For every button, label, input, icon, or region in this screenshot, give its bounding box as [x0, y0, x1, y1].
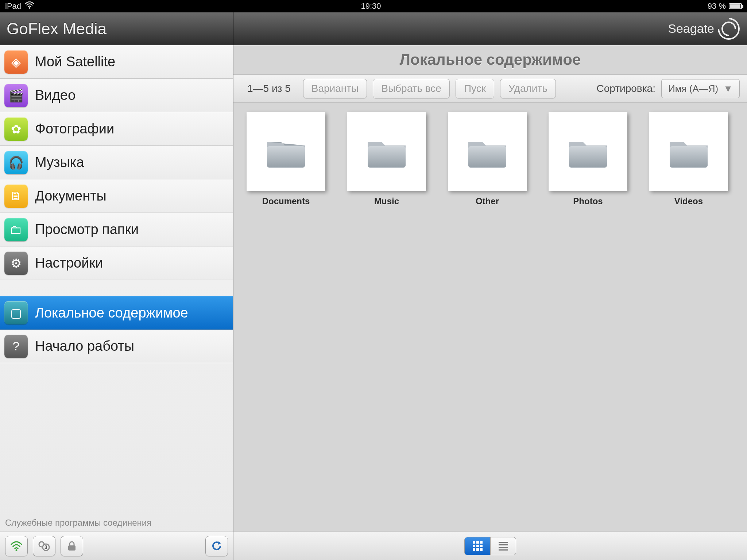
- sidebar-item-label: Начало работы: [35, 338, 134, 354]
- folder-grid: Documents Music Other Photos: [233, 103, 747, 216]
- gear-icon: ⚙: [4, 252, 28, 275]
- folder-tile: [649, 112, 728, 191]
- svg-text:3: 3: [44, 544, 47, 550]
- folder-name: Music: [374, 196, 399, 206]
- app-header: GoFlex Media Seagate: [0, 12, 747, 45]
- svg-rect-9: [569, 146, 607, 167]
- sidebar-item-music[interactable]: 🎧 Музыка: [0, 146, 233, 179]
- documents-icon: 🗎: [4, 184, 28, 208]
- delete-button[interactable]: Удалить: [500, 79, 556, 98]
- local-content-icon: ▢: [4, 301, 28, 324]
- grid-icon: [473, 541, 483, 551]
- grid-view-button[interactable]: [465, 537, 490, 555]
- folder-name: Photos: [573, 196, 603, 206]
- sidebar-item-label: Просмотр папки: [35, 222, 139, 237]
- svg-rect-8: [468, 146, 506, 167]
- folder-tile: [347, 112, 426, 191]
- folder-card-videos[interactable]: Videos: [649, 112, 728, 206]
- item-count-label: 1—5 из 5: [241, 83, 297, 94]
- folder-name: Documents: [262, 196, 310, 206]
- help-icon: ?: [4, 335, 28, 358]
- device-name: iPad: [5, 1, 21, 11]
- photos-icon: ✿: [4, 117, 28, 141]
- content-footer-toolbar: [233, 532, 747, 560]
- folder-card-documents[interactable]: Documents: [247, 112, 325, 206]
- select-all-button[interactable]: Выбрать все: [373, 79, 450, 98]
- sidebar-item-label: Фотографии: [35, 121, 114, 137]
- sidebar-item-label: Настройки: [35, 255, 103, 271]
- svg-rect-7: [368, 146, 406, 167]
- sidebar-item-local-content[interactable]: ▢ Локальное содержимое: [0, 296, 233, 330]
- clock: 19:30: [361, 1, 381, 11]
- sort-label: Сортировка:: [597, 83, 655, 94]
- folder-card-other[interactable]: Other: [448, 112, 527, 206]
- sidebar-item-label: Видео: [35, 88, 76, 103]
- video-icon: 🎬: [4, 84, 28, 107]
- brand-name: Seagate: [668, 22, 714, 36]
- satellite-icon: ◈: [4, 50, 28, 74]
- music-icon: 🎧: [4, 151, 28, 174]
- sidebar-item-my-satellite[interactable]: ◈ Мой Satellite: [0, 45, 233, 79]
- lock-button[interactable]: [61, 536, 83, 556]
- folder-name: Other: [476, 196, 499, 206]
- folder-card-photos[interactable]: Photos: [549, 112, 627, 206]
- battery-icon: [729, 3, 742, 9]
- chevron-down-icon: ▼: [723, 83, 733, 94]
- connections-button[interactable]: 3: [33, 536, 55, 556]
- content-toolbar: 1—5 из 5 Варианты Выбрать все Пуск Удали…: [233, 74, 747, 103]
- list-icon: [499, 542, 508, 551]
- sort-value: Имя (А—Я): [668, 83, 718, 94]
- folder-card-music[interactable]: Music: [347, 112, 426, 206]
- wifi-icon: [25, 1, 34, 11]
- content-area: Локальное содержимое 1—5 из 5 Варианты В…: [233, 45, 747, 560]
- sidebar-footer-toolbar: 3: [0, 532, 233, 560]
- sidebar-spacer: [0, 280, 233, 296]
- wifi-status-button[interactable]: [5, 536, 28, 556]
- variants-button[interactable]: Варианты: [303, 79, 367, 98]
- sidebar-item-folder-view[interactable]: 🗀 Просмотр папки: [0, 213, 233, 246]
- list-view-button[interactable]: [490, 537, 516, 555]
- refresh-button[interactable]: [205, 536, 228, 556]
- sidebar-item-video[interactable]: 🎬 Видео: [0, 79, 233, 112]
- svg-point-0: [29, 7, 30, 9]
- sidebar-footer-caption: Служебные программы соединения: [0, 514, 233, 532]
- svg-rect-5: [68, 545, 76, 551]
- sidebar-item-photos[interactable]: ✿ Фотографии: [0, 112, 233, 146]
- svg-rect-6: [267, 146, 305, 167]
- svg-point-1: [16, 549, 18, 551]
- sidebar-item-label: Документы: [35, 188, 107, 204]
- ios-status-bar: iPad 19:30 93 %: [0, 0, 747, 12]
- sidebar-item-label: Локальное содержимое: [35, 305, 188, 321]
- battery-percent: 93 %: [708, 1, 726, 11]
- sort-dropdown[interactable]: Имя (А—Я) ▼: [661, 79, 740, 98]
- sidebar-item-settings[interactable]: ⚙ Настройки: [0, 246, 233, 280]
- folder-name: Videos: [674, 196, 703, 206]
- folder-tile: [448, 112, 527, 191]
- view-toggle: [464, 537, 516, 555]
- seagate-logo: Seagate: [668, 18, 740, 40]
- folder-icon: 🗀: [4, 218, 28, 241]
- sidebar: ◈ Мой Satellite 🎬 Видео ✿ Фотографии 🎧 М…: [0, 45, 233, 560]
- app-title: GoFlex Media: [0, 12, 233, 45]
- sidebar-item-label: Музыка: [35, 155, 84, 170]
- content-title: Локальное содержимое: [233, 45, 747, 74]
- folder-tile: [549, 112, 627, 191]
- sidebar-item-getting-started[interactable]: ? Начало работы: [0, 330, 233, 363]
- seagate-swirl-icon: [713, 13, 744, 44]
- play-button[interactable]: Пуск: [456, 79, 494, 98]
- folder-tile: [247, 112, 325, 191]
- sidebar-item-label: Мой Satellite: [35, 54, 115, 70]
- sidebar-item-documents[interactable]: 🗎 Документы: [0, 179, 233, 213]
- svg-rect-10: [670, 146, 708, 167]
